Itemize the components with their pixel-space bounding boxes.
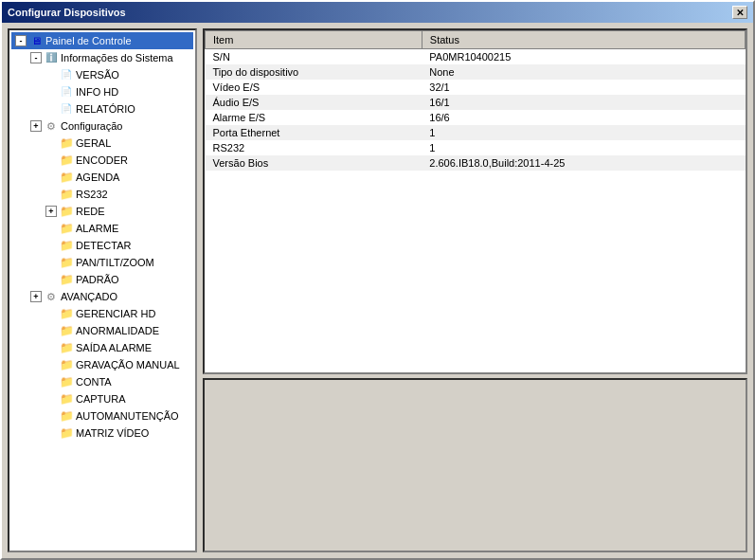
table-cell-item: Vídeo E/S [206,80,422,95]
sidebar-item-label: RELATÓRIO [76,101,135,117]
table-row: Alarme E/S 16/6 [206,110,746,125]
sidebar-item-label: REDE [76,204,105,219]
table-cell-status: PA0MR10400215 [422,49,745,65]
doc-icon: 📄 [59,101,74,117]
sidebar-item-label: RS232 [76,187,108,202]
sidebar-item-padrao[interactable]: 📁PADRÃO [11,271,193,288]
table-row: Porta Ethernet 1 [206,125,746,140]
folder-icon: 📁 [59,272,74,287]
main-panel: Item Status S/N PA0MR10400215 Tipo do di… [203,28,747,552]
sidebar-item-label: GERENCIAR HD [76,306,155,321]
folder-icon: 📁 [59,221,74,236]
sidebar-item-label: CAPTURA [76,391,126,406]
monitor-icon: 🖥 [28,33,44,48]
expand-icon[interactable]: + [30,291,42,302]
folder-icon: 📁 [59,374,74,389]
sidebar: -🖥Painel de Controle-ℹ️Informações do Si… [8,28,197,552]
sidebar-item-pan-tilt-zoom[interactable]: 📁PAN/TILT/ZOOM [11,254,193,271]
table-cell-status: 16/1 [422,95,745,110]
table-row: RS232 1 [206,140,746,155]
sidebar-item-anormalidade[interactable]: 📁ANORMALIDADE [11,322,193,339]
sidebar-item-encoder[interactable]: 📁ENCODER [11,152,193,169]
folder-icon: 📁 [59,425,74,441]
folder-icon: 📁 [59,255,74,270]
sidebar-item-gerenciar-hd[interactable]: 📁GERENCIAR HD [11,305,193,322]
table-cell-item: Áudio E/S [206,95,422,110]
folder-icon: 📁 [59,306,74,321]
folder-icon: 📁 [59,135,74,151]
col-header-item: Item [206,31,422,49]
sidebar-item-configuracao[interactable]: +⚙Configuração [11,117,193,135]
sidebar-item-label: AGENDA [76,170,119,185]
expand-icon[interactable]: + [30,120,42,132]
info-icon: ℹ️ [44,50,59,65]
sidebar-item-alarme[interactable]: 📁ALARME [11,220,193,237]
table-row: S/N PA0MR10400215 [206,49,746,65]
sidebar-item-label: ALARME [76,221,118,236]
sidebar-item-agenda[interactable]: 📁AGENDA [11,169,193,186]
folder-icon: 📁 [59,170,74,185]
sidebar-item-label: VERSÃO [76,67,119,82]
window-title: Configurar Dispositivos [8,7,126,18]
table-cell-status: None [422,64,745,80]
folder-icon: 📁 [59,187,74,202]
sidebar-item-captura[interactable]: 📁CAPTURA [11,390,193,407]
sidebar-item-conta[interactable]: 📁CONTA [11,373,193,390]
folder-icon: 📁 [59,340,74,355]
table-cell-status: 16/6 [422,110,745,125]
sidebar-item-relatorio[interactable]: 📄RELATÓRIO [11,100,193,117]
sidebar-item-avancado[interactable]: +⚙AVANÇADO [11,288,193,305]
table-cell-status: 1 [422,140,745,155]
folder-icon: 📁 [59,408,74,424]
table-cell-item: S/N [206,49,422,65]
sidebar-item-label: GRAVAÇÃO MANUAL [76,357,180,372]
table-cell-item: Porta Ethernet [206,125,422,140]
table-cell-item: RS232 [206,140,422,155]
sidebar-item-label: AUTOMANUTENÇÃO [76,408,179,424]
sidebar-item-label: ENCODER [76,153,128,168]
data-table: Item Status S/N PA0MR10400215 Tipo do di… [205,30,746,171]
tree: -🖥Painel de Controle-ℹ️Informações do Si… [9,30,195,443]
sidebar-item-label: Informações do Sistema [61,50,173,65]
sidebar-item-detectar[interactable]: 📁DETECTAR [11,237,193,254]
sidebar-item-painel-de-controle[interactable]: -🖥Painel de Controle [11,32,193,49]
sidebar-item-label: MATRIZ VÍDEO [76,425,149,441]
table-row: Áudio E/S 16/1 [206,95,746,110]
sidebar-item-gravacao-manual[interactable]: 📁GRAVAÇÃO MANUAL [11,356,193,373]
sidebar-item-label: DETECTAR [76,238,131,253]
table-cell-item: Tipo do dispositivo [206,64,422,80]
sidebar-item-geral[interactable]: 📁GERAL [11,135,193,152]
bottom-panel [203,378,747,552]
folder-icon: 📁 [59,323,74,338]
sidebar-item-label: CONTA [76,374,112,389]
table-row: Versão Bios 2.606.IB18.0,Build:2011-4-25 [206,155,746,171]
sidebar-item-versao[interactable]: 📄VERSÃO [11,66,193,83]
sidebar-item-saida-alarme[interactable]: 📁SAÍDA ALARME [11,339,193,356]
expand-icon[interactable]: + [45,206,57,217]
gear-icon: ⚙ [44,289,59,304]
expand-icon[interactable]: - [30,52,42,63]
table-row: Vídeo E/S 32/1 [206,80,746,95]
sidebar-item-info-hd[interactable]: 📄INFO HD [11,83,193,100]
table-cell-item: Alarme E/S [206,110,422,125]
table-cell-status: 1 [422,125,745,140]
sidebar-item-label: ANORMALIDADE [76,323,159,338]
table-row: Tipo do dispositivo None [206,64,746,80]
sidebar-item-matriz-video[interactable]: 📁MATRIZ VÍDEO [11,425,193,442]
sidebar-item-rs232[interactable]: 📁RS232 [11,186,193,203]
sidebar-item-label: INFO HD [76,84,118,99]
close-button[interactable]: ✕ [732,6,747,19]
doc-icon: 📄 [59,67,74,82]
doc-icon: 📄 [59,84,74,99]
sidebar-item-informacoes-do-sistema[interactable]: -ℹ️Informações do Sistema [11,49,193,66]
sidebar-item-rede[interactable]: +📁REDE [11,203,193,220]
sidebar-item-label: SAÍDA ALARME [76,340,152,355]
folder-icon: 📁 [59,153,74,168]
data-table-container: Item Status S/N PA0MR10400215 Tipo do di… [203,28,747,374]
sidebar-item-label: PADRÃO [76,272,119,287]
gear-icon: ⚙ [44,118,59,134]
sidebar-item-automanutencao[interactable]: 📁AUTOMANUTENÇÃO [11,407,193,425]
expand-icon[interactable]: - [15,35,27,46]
sidebar-item-label: AVANÇADO [61,289,117,304]
folder-icon: 📁 [59,357,74,372]
